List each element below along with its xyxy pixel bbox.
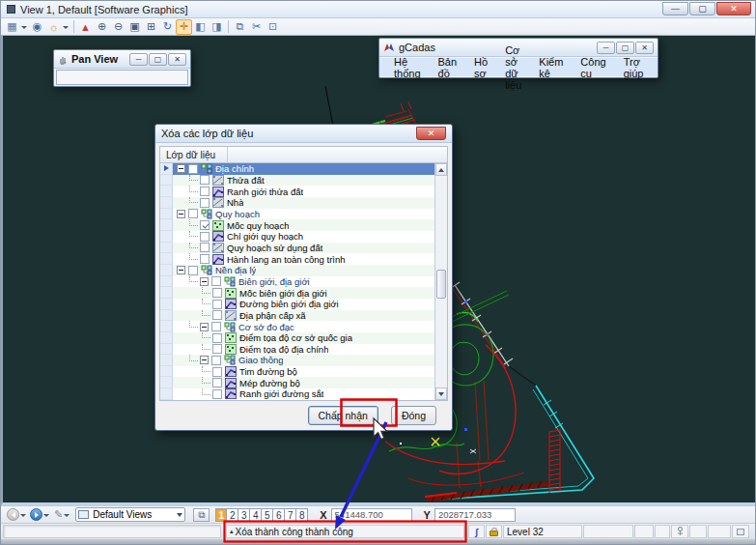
layer-checkbox[interactable] [212,378,222,387]
gcadas-close-button[interactable]: ✕ [635,42,654,54]
layer-tree-row[interactable]: Địa phận cấp xã [160,310,434,322]
scrollbar-thumb[interactable] [436,270,446,299]
collapse-node-icon[interactable] [177,210,185,218]
layer-checkbox[interactable] [212,333,222,343]
view-groups-button[interactable]: ⧉ [193,508,210,522]
layer-tree-row[interactable]: Tim đường bộ [160,366,434,378]
layer-tree-row[interactable]: Cơ sở đo đạc [160,321,434,332]
rotate-view-icon[interactable]: ↻ [159,19,176,35]
view-forward-button[interactable] [30,508,42,521]
layer-tree-row[interactable]: Hành lang an toàn công trình [160,253,434,265]
view-back-dropdown-icon[interactable] [20,514,26,517]
pan-close-button[interactable]: ✕ [168,53,186,66]
menu-item-5[interactable]: Kiểm kê [530,54,572,81]
collapse-node-icon[interactable] [200,323,209,331]
pan-view-icon[interactable]: ✛ [176,19,192,35]
layer-checkbox[interactable] [212,389,222,399]
layer-tree-row[interactable]: Giao thông [160,355,434,366]
scroll-down-icon[interactable] [435,387,447,400]
layer-checkbox[interactable] [211,276,221,286]
layer-tree-row[interactable]: Điểm tọa độ địa chính [160,344,434,356]
layer-tree-row[interactable]: Chỉ giới quy hoạch [160,231,434,243]
view-rotation-dropdown-icon[interactable] [64,514,70,517]
collapse-node-icon[interactable] [200,277,209,286]
maximize-button[interactable]: ▢ [689,2,715,15]
layer-checkbox[interactable] [212,288,222,298]
adjust-brightness-icon-dropdown[interactable] [63,26,69,29]
snap-mode-cell[interactable]: ∫ [468,525,485,538]
view-number-button-6[interactable]: 6 [273,508,285,522]
layer-tree-row[interactable]: Mép đường bộ [160,377,434,388]
view-link-icon[interactable]: ⊡ [265,19,281,35]
collapse-node-icon[interactable] [177,266,185,274]
gcadas-minimize-button[interactable]: ─ [597,42,615,54]
layer-checkbox[interactable] [200,243,210,252]
layer-tree-row[interactable]: Mốc biên giới địa giới [160,287,434,299]
saved-views-combobox[interactable]: Default Views [75,507,185,522]
layer-checkbox[interactable] [200,198,210,208]
menu-item-3[interactable]: Hồ sơ [465,54,496,81]
accept-button[interactable]: Chấp nhận [308,406,378,425]
layer-tree-row[interactable]: Điểm tọa độ cơ sở quốc gia [160,332,434,344]
y-coordinate-field[interactable]: 2028717.033 [434,508,516,522]
window-area-icon[interactable]: ▣ [126,19,143,35]
dialog-toggle-cell[interactable] [732,525,749,538]
layer-checkbox[interactable] [200,232,210,242]
layer-tree-row[interactable]: Đường biên giới địa giới [160,299,434,310]
layer-checkbox[interactable] [212,300,222,309]
active-level-cell[interactable]: Level 32 [503,525,582,538]
layer-tree-row[interactable]: Nền địa lý [160,265,434,276]
selection-status-cell[interactable] [671,525,688,538]
layer-checkbox[interactable] [200,254,210,264]
pan-maximize-button[interactable]: ▢ [149,53,167,66]
fit-view-icon[interactable]: ⊞ [143,19,159,35]
zoom-in-icon[interactable]: ⊕ [94,19,110,35]
collapse-node-icon[interactable] [200,356,209,364]
layer-checkbox[interactable] [211,356,221,365]
cad-viewport[interactable]: Pan View ─ ▢ ✕ gCadas ─ ▢ ✕ [1,36,756,505]
layer-tree-row[interactable]: Ranh giới đường sắt [160,388,434,400]
clip-view-icon[interactable]: ✂ [248,19,265,35]
dialog-close-icon[interactable]: ✕ [416,127,446,140]
tree-column-header[interactable]: Lớp dữ liệu [160,147,447,163]
layer-tree-row[interactable]: Nhà [160,197,434,209]
menu-item-7[interactable]: Trợ giúp [615,54,653,81]
layer-checkbox[interactable] [188,209,198,218]
menu-item-6[interactable]: Công cụ [572,54,614,81]
gcadas-maximize-button[interactable]: ▢ [616,42,634,54]
layer-tree-row[interactable]: Mốc quy hoạch [160,219,434,231]
menu-item-1[interactable]: Hệ thống [385,54,430,81]
layer-tree-row[interactable]: Biên giới, địa giới [160,276,434,288]
lock-cell[interactable] [486,525,502,538]
view-number-button-3[interactable]: 3 [238,508,250,522]
view-groups-icon-dropdown[interactable] [21,26,27,29]
menu-item-2[interactable]: Bản đồ [430,54,466,81]
layer-checkbox[interactable] [212,310,222,320]
close-button[interactable]: ✕ [716,2,751,15]
view-number-button-5[interactable]: 5 [262,508,273,522]
close-dialog-button[interactable]: Đóng [391,406,436,425]
view-back-button[interactable] [7,508,19,521]
layer-tree-row[interactable]: Quy hoạch sử dụng đất [160,243,434,254]
view-number-button-7[interactable]: 7 [285,508,296,522]
view-number-button-8[interactable]: 8 [296,508,308,522]
view-next-icon[interactable]: ◨ [209,19,225,35]
view-rotation-tool-icon[interactable]: ✎ [54,508,63,521]
pan-minimize-button[interactable]: ─ [129,53,148,66]
view-number-button-2[interactable]: 2 [227,508,238,522]
layer-checkbox[interactable] [200,175,210,185]
menu-item-4[interactable]: Cơ sở dữ liệu [496,43,530,93]
view-number-button-4[interactable]: 4 [250,508,262,522]
layer-checkbox[interactable] [212,367,222,377]
layer-checkbox[interactable] [200,186,210,196]
view-number-button-1[interactable]: 1 [215,508,227,522]
layer-tree-row[interactable]: Địa chính [160,163,434,175]
x-coordinate-field[interactable]: 541448.700 [331,508,412,522]
view-forward-dropdown-icon[interactable] [43,514,49,517]
adjust-brightness-icon[interactable]: ☼ [45,19,62,35]
collapse-node-icon[interactable] [177,164,185,173]
layer-tree-row[interactable]: Quy hoạch [160,209,434,220]
tree-scrollbar[interactable] [434,163,447,400]
scroll-up-icon[interactable] [435,163,447,176]
minimize-button[interactable]: — [662,2,688,15]
